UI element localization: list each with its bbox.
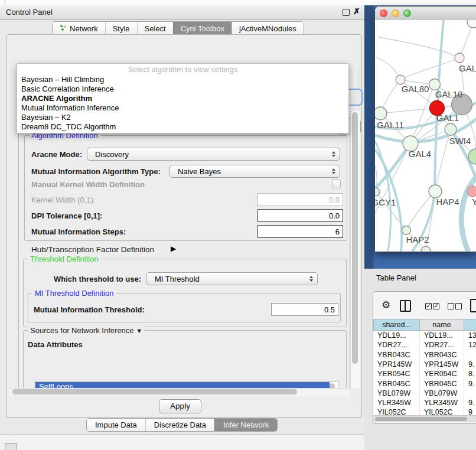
node-label: GAL4 bbox=[409, 149, 431, 159]
combo-spinner-icon bbox=[332, 151, 335, 157]
node-gal[interactable] bbox=[455, 53, 464, 63]
column-header-shared[interactable]: shared... bbox=[373, 319, 420, 331]
cell-shared: YDL19... bbox=[373, 331, 420, 340]
node-gal10[interactable] bbox=[429, 79, 441, 90]
network-canvas[interactable]: GAL80 GAL10 GAL1 GAL11 SWI4 GAL4 GCY1 HA… bbox=[375, 20, 476, 252]
tab-infer-network[interactable]: Infer Network bbox=[214, 419, 277, 431]
minimize-traffic-light-icon[interactable] bbox=[392, 9, 399, 17]
columns-icon[interactable] bbox=[400, 300, 411, 312]
mi-type-label: Mutual Information Algorithm Type: bbox=[31, 167, 161, 176]
control-panel-titlebar: Control Panel ✗ bbox=[0, 5, 364, 20]
grip-icon[interactable] bbox=[5, 443, 17, 450]
algorithm-option[interactable]: Bayesian – Hill Climbing bbox=[17, 75, 348, 84]
table-header-row: shared... name bbox=[373, 319, 476, 331]
network-graph[interactable]: GAL80 GAL10 GAL1 GAL11 SWI4 GAL4 GCY1 HA… bbox=[375, 20, 476, 252]
table-row[interactable]: YBL079W YBL079W bbox=[373, 389, 476, 398]
mi-type-combo[interactable]: Naive Bayes bbox=[169, 165, 340, 178]
table-row[interactable]: YER054C YER054C 8. bbox=[373, 369, 476, 379]
gear-icon[interactable]: ⚙ bbox=[382, 299, 390, 311]
cell-value: 9. bbox=[464, 379, 476, 389]
settings-horizontal-scrollbar-thumb[interactable] bbox=[12, 389, 297, 394]
cell-name: YIL052C bbox=[420, 407, 464, 415]
which-threshold-combo[interactable]: MI Threshold bbox=[146, 272, 318, 285]
cell-name: YBR045C bbox=[420, 379, 464, 389]
mi-type-value: Naive Bayes bbox=[178, 167, 221, 176]
algorithm-option[interactable]: Basic Correlation Inference bbox=[17, 84, 348, 94]
sources-legend-text: Sources for Network Inference bbox=[30, 326, 134, 335]
checked-checkbox-icon[interactable]: ✓ bbox=[433, 303, 439, 309]
close-traffic-light-icon[interactable] bbox=[380, 9, 387, 17]
algorithm-option[interactable]: Dream8 DC_TDC Algorithm bbox=[17, 122, 348, 132]
zoom-traffic-light-icon[interactable] bbox=[403, 9, 411, 17]
tab-discretize-data[interactable]: Discretize Data bbox=[145, 419, 214, 431]
apply-button[interactable]: Apply bbox=[159, 399, 201, 413]
settings-vertical-scrollbar-thumb[interactable] bbox=[352, 112, 358, 364]
algorithm-option[interactable]: Bayesian – K2 bbox=[17, 113, 348, 122]
tab-cyni-toolbox[interactable]: Cyni Toolbox bbox=[173, 22, 232, 35]
tab-jactivemnodules[interactable]: jActiveMNodules bbox=[232, 22, 304, 35]
cell-shared: YLR345W bbox=[373, 398, 420, 407]
settings-scroll-area: Cyni Algorithm Settings Algorithm Defini… bbox=[9, 110, 350, 396]
document-icon[interactable] bbox=[470, 299, 476, 312]
tab-select[interactable]: Select bbox=[137, 22, 173, 35]
tab-network-label: Network bbox=[70, 24, 98, 33]
node-swi4[interactable] bbox=[445, 123, 457, 135]
column-header-name[interactable]: name bbox=[420, 319, 464, 331]
node-label: GAL1 bbox=[436, 113, 459, 123]
collapsed-arrow-icon[interactable]: ▶ bbox=[171, 244, 176, 253]
manual-kernel-checkbox[interactable] bbox=[332, 180, 341, 188]
cell-name: YER054C bbox=[420, 369, 464, 379]
table-horizontal-scrollbar[interactable] bbox=[373, 415, 476, 422]
close-icon[interactable]: ✗ bbox=[353, 6, 360, 16]
mi-threshold-field[interactable]: 0.5 bbox=[271, 303, 338, 316]
table-row[interactable]: YLR345W YLR345W 9. bbox=[373, 398, 476, 407]
algorithm-option-selected[interactable]: ARACNE Algorithm bbox=[17, 94, 348, 103]
cell-shared: YDR27... bbox=[373, 340, 420, 350]
column-header-partial[interactable] bbox=[464, 319, 476, 331]
cell-shared: YER054C bbox=[373, 369, 420, 379]
algorithm-dropdown-popup: Select algorithm to view settings Bayesi… bbox=[17, 63, 349, 133]
table-row[interactable]: YDR27... YDR27... 12 bbox=[373, 340, 476, 350]
tab-jactivemnodules-label: jActiveMNodules bbox=[239, 24, 296, 33]
node[interactable] bbox=[467, 20, 476, 28]
node[interactable] bbox=[421, 246, 431, 252]
cell-shared: YBR043C bbox=[373, 350, 420, 360]
checked-checkbox-icon[interactable]: ✓ bbox=[425, 303, 432, 309]
table-row[interactable]: YBR045C YBR045C 9. bbox=[373, 379, 476, 389]
dpi-tolerance-field[interactable]: 0.0 bbox=[257, 209, 343, 222]
cell-shared: YBL079W bbox=[373, 389, 420, 398]
table-row[interactable]: YDL19... YDL19... 13 bbox=[373, 331, 476, 340]
aracne-mode-combo[interactable]: Discovery bbox=[87, 148, 340, 161]
cell-value: 12 bbox=[464, 340, 476, 350]
table-panel-body: ⚙ ✓ ✓ shared... name YDL19... YDL19... 1… bbox=[373, 291, 476, 424]
tab-impute-data[interactable]: Impute Data bbox=[87, 419, 145, 431]
table-row[interactable]: YIL052C YIL052C 9 bbox=[373, 407, 476, 415]
kernel-width-field[interactable]: 0.0 bbox=[257, 193, 343, 206]
algorithm-option[interactable]: Mutual Information Inference bbox=[17, 103, 348, 113]
mi-threshold-legend: MI Threshold Definition bbox=[32, 289, 116, 298]
expanded-arrow-icon[interactable]: ▼ bbox=[136, 327, 142, 334]
network-window-titlebar[interactable] bbox=[375, 6, 476, 21]
node-gal80[interactable] bbox=[396, 75, 405, 84]
network-icon bbox=[60, 24, 67, 33]
unchecked-checkbox-icon[interactable] bbox=[448, 303, 454, 309]
cell-name: YBR043C bbox=[420, 350, 464, 360]
table-row[interactable]: YPR145W YPR145W 9. bbox=[373, 360, 476, 369]
tab-network[interactable]: Network bbox=[53, 22, 105, 35]
node-gcy1[interactable] bbox=[375, 188, 380, 196]
unchecked-checkbox-icon[interactable] bbox=[455, 303, 462, 309]
cell-value: 9 bbox=[464, 407, 476, 415]
node-y-pink[interactable] bbox=[467, 186, 476, 197]
cell-shared: YIL052C bbox=[373, 407, 420, 415]
node-gal11[interactable] bbox=[375, 107, 387, 120]
mi-steps-field[interactable]: 6 bbox=[257, 225, 343, 238]
float-window-icon[interactable] bbox=[343, 9, 350, 16]
cell-value bbox=[464, 389, 476, 398]
table-horizontal-scrollbar-thumb[interactable] bbox=[375, 417, 467, 421]
node-label: GAL10 bbox=[435, 89, 463, 99]
tab-style[interactable]: Style bbox=[105, 22, 137, 35]
table-row[interactable]: YBR043C YBR043C bbox=[373, 350, 476, 360]
node-hap4[interactable] bbox=[429, 185, 442, 198]
node-hap2[interactable] bbox=[402, 226, 411, 235]
table-rows: YDL19... YDL19... 13 YDR27... YDR27... 1… bbox=[373, 331, 476, 415]
